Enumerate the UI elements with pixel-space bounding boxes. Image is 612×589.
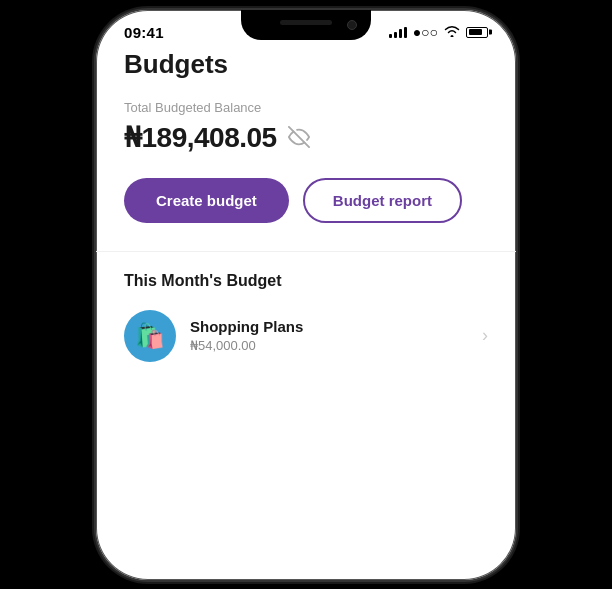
wifi-icon: ●○○ — [413, 24, 438, 40]
budget-item-name: Shopping Plans — [190, 318, 468, 335]
budget-item-amount: ₦54,000.00 — [190, 338, 468, 353]
status-time: 09:41 — [124, 24, 164, 41]
budget-report-button[interactable]: Budget report — [303, 178, 462, 223]
notch — [241, 10, 371, 40]
balance-row: ₦189,408.05 — [124, 121, 488, 154]
wifi-symbol — [444, 25, 460, 40]
hide-balance-icon[interactable] — [287, 125, 311, 149]
balance-amount: ₦189,408.05 — [124, 121, 277, 154]
signal-icon — [389, 27, 407, 38]
budget-item[interactable]: 🛍️ Shopping Plans ₦54,000.00 › — [124, 306, 488, 366]
budget-item-info: Shopping Plans ₦54,000.00 — [190, 318, 468, 353]
page-title: Budgets — [124, 49, 488, 80]
create-budget-button[interactable]: Create budget — [124, 178, 289, 223]
chevron-right-icon: › — [482, 325, 488, 346]
divider — [96, 251, 516, 252]
this-month-section-title: This Month's Budget — [124, 272, 488, 290]
phone-frame: 09:41 ●○○ Budgets Total Bu — [96, 10, 516, 580]
camera — [347, 20, 357, 30]
action-buttons: Create budget Budget report — [124, 178, 488, 223]
status-icons: ●○○ — [389, 24, 488, 40]
balance-label: Total Budgeted Balance — [124, 100, 488, 115]
budget-item-icon: 🛍️ — [124, 310, 176, 362]
battery-icon — [466, 27, 488, 38]
screen-content: Budgets Total Budgeted Balance ₦189,408.… — [96, 49, 516, 366]
speaker — [280, 20, 332, 25]
